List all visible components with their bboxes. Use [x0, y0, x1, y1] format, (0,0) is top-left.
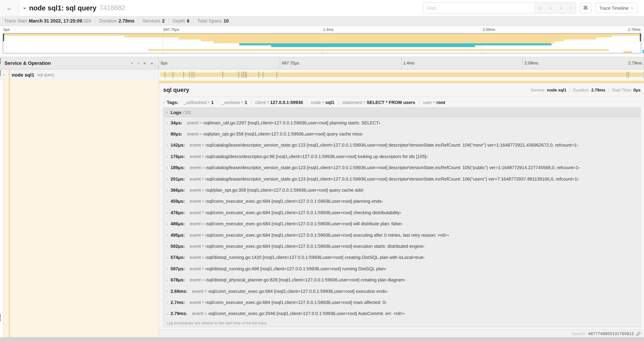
minimap-tick-label: 2.79ms — [628, 27, 640, 32]
minimap-tick-label: 697.75μs — [164, 27, 179, 32]
log-marker-tick[interactable] — [192, 71, 192, 78]
log-marker-tick[interactable] — [194, 71, 194, 78]
log-field-key: event — [192, 311, 203, 316]
log-field-key: event — [190, 176, 201, 181]
log-marker-tick[interactable] — [627, 71, 627, 78]
tags-row[interactable]: ›Tags:_unfinished=1_verbose=1client=127.… — [163, 97, 640, 107]
minimap-span-bar — [214, 42, 555, 43]
stat-divider — [95, 18, 96, 23]
find-input[interactable] — [423, 3, 534, 13]
log-timestamp: 142μs: — [170, 143, 185, 148]
stat-label: Depth — [172, 18, 185, 23]
find-buttons: ◎ ∧ ∨ × — [534, 3, 576, 13]
log-marker-tick[interactable] — [242, 71, 242, 78]
view-dropdown-button[interactable]: Trace Timeline ∨ — [595, 3, 638, 13]
log-row[interactable]: ›574μs:event=‹sql/distsql_running.go:142… — [164, 252, 640, 263]
log-row[interactable]: ›2.79ms:event=‹sql/conn_executor_exec.go… — [164, 308, 640, 319]
ruler-tick-label: 2.79ms — [628, 61, 642, 66]
logs-header[interactable]: › Logs (18) — [164, 108, 640, 117]
logs-label: Logs — [170, 110, 181, 115]
minimap-span-bar — [271, 45, 475, 47]
tags-label: Tags: — [167, 100, 178, 105]
log-marker-tick[interactable] — [259, 71, 259, 78]
log-row[interactable]: ›486μs:event=‹sql/conn_executor_exec.go:… — [164, 218, 640, 229]
clear-search-icon[interactable]: × — [570, 6, 572, 11]
keyboard-shortcuts-button[interactable]: ⌘ — [580, 3, 591, 13]
log-marker-tick[interactable] — [277, 71, 277, 78]
span-duration-bar[interactable] — [160, 72, 643, 77]
log-expand-chevron-icon: › — [166, 255, 168, 259]
trace-collapse-chevron-icon[interactable]: › — [22, 7, 28, 9]
log-field-key: event — [192, 288, 203, 294]
log-timestamp: 34μs: — [170, 120, 182, 125]
log-row[interactable]: ›201μs:event=‹sql/catalog/lease/descript… — [164, 173, 640, 185]
column-resizer[interactable] — [155, 65, 158, 68]
log-marker-tick[interactable] — [263, 71, 263, 78]
stat-value: 2 — [162, 18, 165, 23]
log-marker-tick[interactable] — [244, 71, 244, 78]
log-marker-tick[interactable] — [223, 71, 223, 78]
log-field-value: ‹sql/conn_executor_exec.go:684 [nsql1,cl… — [205, 232, 449, 238]
ruler-tick-label: 1.4ms — [403, 61, 414, 66]
log-marker-tick[interactable] — [246, 71, 246, 78]
log-row[interactable]: ›2.7ms:event=‹sql/conn_executor_exec.go:… — [164, 297, 640, 308]
log-marker-tick[interactable] — [190, 71, 190, 78]
minimap-drag-handle-right[interactable] — [640, 34, 641, 41]
log-timestamp: 201μs: — [170, 176, 185, 181]
minimap-drag-handle-left[interactable] — [3, 34, 4, 41]
log-expand-chevron-icon: › — [166, 289, 168, 293]
log-expand-chevron-icon: › — [166, 166, 168, 170]
log-equals: = — [202, 210, 204, 215]
prev-match-icon[interactable]: ∧ — [549, 6, 552, 11]
log-row[interactable]: ›476μs:event=‹sql/conn_executor_exec.go:… — [164, 207, 640, 218]
log-marker-tick[interactable] — [184, 71, 184, 78]
span-row[interactable]: › node sql1 sql query — [0, 69, 644, 80]
next-match-icon[interactable]: ∨ — [559, 6, 562, 11]
log-row[interactable]: ›502μs:event=‹sql/conn_executor_exec.go:… — [164, 241, 640, 252]
log-row[interactable]: ›366μs:event=‹sql/plan_opt.go:358 [nsql1… — [164, 185, 640, 196]
tag-item: statement=SELECT * FROM users — [338, 100, 419, 105]
log-marker-tick[interactable] — [165, 71, 165, 78]
minimap-span-bar — [178, 38, 596, 39]
log-row[interactable]: ›2.69ms:event=‹sql/conn_executor_exec.go… — [164, 285, 640, 297]
log-field-key: event — [190, 255, 201, 260]
log-row[interactable]: ›597μs:event=‹sql/distsql_running.go:498… — [164, 263, 640, 274]
log-row[interactable]: ›495μs:event=‹sql/conn_executor_exec.go:… — [164, 229, 640, 241]
log-timestamp: 189μs: — [170, 165, 185, 170]
log-row[interactable]: ›459μs:event=‹sql/conn_executor_exec.go:… — [164, 196, 640, 207]
log-row[interactable]: ›80μs:event=‹sql/plan_opt.go:358 [nsql1,… — [164, 128, 640, 140]
log-row[interactable]: ›678μs:event=‹sql/distsql_physical_plann… — [164, 274, 640, 285]
collapse-one-icon[interactable]: › — [130, 62, 134, 64]
log-field-value: ‹sql/catalog/lease/descriptor_version_st… — [205, 143, 578, 148]
collapse-all-icon[interactable]: » — [142, 62, 147, 64]
log-marker-tick[interactable] — [245, 71, 245, 78]
minimap-tick-label: 2.09ms — [483, 27, 495, 32]
log-row[interactable]: ›189μs:event=‹sql/catalog/lease/descript… — [164, 162, 640, 173]
tag-equals: = — [433, 100, 436, 105]
log-row[interactable]: ›34μs:event=‹sql/exec_util.go:2297 [nsql… — [164, 117, 640, 128]
trace-stats: Trace StartMarch 31 2022, 17:25:09.326Du… — [0, 16, 644, 26]
locate-icon[interactable]: ◎ — [538, 6, 542, 11]
detail-panel: sql query Service:node sql1Duration:2.79… — [159, 80, 644, 337]
expand-one-icon[interactable]: › — [138, 61, 139, 65]
log-row[interactable]: ›176μs:event=‹sql/catalog/descs/descript… — [164, 151, 640, 162]
stat-divider — [193, 18, 194, 23]
log-marker-tick[interactable] — [239, 71, 239, 78]
detail-span-bar[interactable] — [159, 81, 644, 83]
log-row[interactable]: ›142μs:event=‹sql/catalog/lease/descript… — [164, 140, 640, 151]
span-name-cell[interactable]: › node sql1 sql query — [0, 69, 159, 80]
span-collapse-chevron-icon[interactable]: › — [2, 74, 6, 75]
log-marker-tick[interactable] — [173, 71, 173, 78]
back-button[interactable]: ← — [0, 0, 19, 16]
detail-left-gutter — [0, 80, 4, 337]
minimap-span-bar — [124, 36, 612, 38]
minimap-canvas[interactable] — [3, 33, 641, 53]
link-icon[interactable] — [636, 331, 640, 336]
service-operation-header: Service & Operation › › » » — [0, 57, 159, 69]
log-marker-tick[interactable] — [628, 71, 629, 78]
log-field-key: event — [190, 199, 201, 204]
span-timeline-cell[interactable] — [159, 69, 644, 80]
bottom-scrollbar-track[interactable] — [0, 337, 644, 341]
log-field-value: ‹sql/distsql_running.go:498 [nsql1,clien… — [205, 266, 386, 271]
expand-all-icon[interactable]: » — [150, 61, 153, 65]
